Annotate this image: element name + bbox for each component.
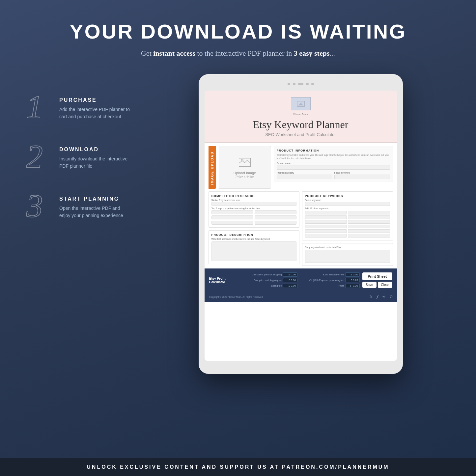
tablet-mockup: Planner Mum Etsy Keyword Planner SEO Wor… xyxy=(199,74,403,374)
copy-textarea[interactable] xyxy=(305,250,390,263)
planner-col-right: PRODUCT KEYWORDS Focus keyword Add 12 ot… xyxy=(302,191,393,268)
planner-subtitle: SEO Worksheet and Profit Calculator xyxy=(212,132,389,137)
pinterest-icon[interactable]: 𝓟 xyxy=(390,294,392,299)
clear-button[interactable]: Clear xyxy=(378,282,392,288)
upload-icon xyxy=(239,157,251,169)
listing-fee-value[interactable]: £ 0.00 xyxy=(283,284,297,288)
transaction-fee-value[interactable]: £ 0.00 xyxy=(345,272,360,277)
step-3-title: START PLANNING xyxy=(59,196,132,202)
calc-title: Etsy Profit Calculator xyxy=(209,277,236,284)
subtitle: Get instant access to the interactive PD… xyxy=(13,49,463,58)
instagram-icon[interactable]: ☀ xyxy=(382,294,386,299)
kw-cell-12[interactable] xyxy=(348,234,390,238)
unit-cost-value[interactable]: £ 0.00 xyxy=(283,272,297,277)
planner-logo xyxy=(291,97,311,110)
step-2: 2 DOWNLOAD Instantly download the intera… xyxy=(26,143,132,173)
profit-value[interactable]: £ -0.20 xyxy=(345,284,360,288)
listing-fee-row: Listing fee £ 0.00 xyxy=(238,284,298,288)
desc-textarea[interactable] xyxy=(211,241,296,261)
unit-cost-label: Unit cost to you incl. shipping xyxy=(238,273,282,276)
kw-cell-6[interactable] xyxy=(348,220,390,224)
product-category-label: Product category xyxy=(277,172,332,174)
tablet-dot-5 xyxy=(311,83,314,85)
planner-title: Etsy Keyword Planner xyxy=(212,119,389,131)
kw-cell-8[interactable] xyxy=(348,225,390,228)
kw-grid xyxy=(305,211,390,238)
search-input[interactable] xyxy=(211,202,296,206)
step-2-content: DOWNLOAD Instantly download the interact… xyxy=(59,143,132,170)
step-1: 1 PURCHASE Add the interactive PDF plann… xyxy=(26,94,132,124)
save-button[interactable]: Save xyxy=(362,282,377,288)
payment-fee-value[interactable]: £ 0.20 xyxy=(345,278,360,282)
tag-cell-5[interactable] xyxy=(211,221,253,225)
image-upload-box[interactable]: Upload Image 740px x 445px xyxy=(219,146,271,189)
kw-cell-9[interactable] xyxy=(305,229,347,233)
product-category-col: Product category xyxy=(277,172,332,179)
tablet-dot-3 xyxy=(298,83,303,85)
kw-cell-11[interactable] xyxy=(305,234,347,238)
copy-keywords-section: Copy keywords and paste into Etsy xyxy=(302,243,393,266)
focus-keyword-input[interactable] xyxy=(334,175,390,179)
header-section: YOUR DOWNLOAD IS WAITING Get instant acc… xyxy=(0,0,476,68)
tablet-dot-2 xyxy=(293,83,295,85)
planner-sections-row: COMPETITOR RESEARCH Similar Etsy search … xyxy=(205,189,397,268)
competitor-title: COMPETITOR RESEARCH xyxy=(211,194,296,198)
facebook-icon[interactable]: 𝒇 xyxy=(377,294,378,299)
svg-point-3 xyxy=(301,102,303,103)
step-1-content: PURCHASE Add the interactive PDF planner… xyxy=(59,94,132,121)
tag-cell-6[interactable] xyxy=(255,221,296,225)
focus-keyword-label: Focus keyword xyxy=(334,172,390,174)
product-name-input[interactable] xyxy=(277,165,390,170)
kw-cell-7[interactable] xyxy=(305,225,347,228)
kw-add-label: Add 12 other keywords xyxy=(305,207,390,210)
sale-price-label: Sale price and shipping fee xyxy=(238,279,282,281)
planner-footer: Copyright © 2022 Planner Mum. All Rights… xyxy=(205,292,397,302)
tag-cell-2[interactable] xyxy=(255,210,296,214)
step-2-title: DOWNLOAD xyxy=(59,147,132,153)
product-category-input[interactable] xyxy=(277,175,332,179)
transaction-fee-label: 8.5% transaction fee xyxy=(300,273,344,276)
subtitle-bold2: 3 easy steps xyxy=(294,49,330,57)
kw-cell-10[interactable] xyxy=(348,229,390,233)
kw-cell-1[interactable] xyxy=(305,211,347,214)
calc-buttons: Print Sheet Save Clear xyxy=(362,272,392,288)
desc-title: PRODUCT DESCRIPTION xyxy=(211,233,296,237)
calc-fields-right: 8.5% transaction fee £ 0.00 4% (+20) Pay… xyxy=(300,272,360,288)
print-sheet-button[interactable]: Print Sheet xyxy=(362,272,392,280)
kw-focus-input[interactable] xyxy=(305,202,390,206)
image-upload-tab: IMAGE UPLOAD xyxy=(209,146,216,189)
calc-fields-left: Unit cost to you incl. shipping £ 0.00 S… xyxy=(238,272,298,288)
planner-top-row: IMAGE UPLOAD Upload Image 740px x 445px xyxy=(205,143,397,189)
step-3-desc: Open the interactive PDF and enjoy your … xyxy=(59,205,132,219)
kw-cell-2[interactable] xyxy=(348,211,390,214)
product-name-label: Product name xyxy=(277,162,390,164)
desc-label: Write first sentence and be sure to incl… xyxy=(211,238,296,240)
profit-label: Profit xyxy=(300,285,344,287)
product-keywords-section: PRODUCT KEYWORDS Focus keyword Add 12 ot… xyxy=(302,191,393,240)
product-name-row: Product name xyxy=(277,162,390,170)
kw-cell-5[interactable] xyxy=(305,220,347,224)
planner-logo-text: Planner Mum xyxy=(212,113,389,116)
kw-focus-label: Focus keyword xyxy=(305,199,390,201)
kw-cell-3[interactable] xyxy=(305,215,347,219)
transaction-fee-row: 8.5% transaction fee £ 0.00 xyxy=(300,272,360,277)
twitter-icon[interactable]: 𝕏 xyxy=(370,294,373,299)
bottom-bar: UNLOCK EXCLUSIVE CONTENT AND SUPPORT US … xyxy=(0,458,476,476)
step-3: 3 START PLANNING Open the interactive PD… xyxy=(26,193,132,222)
payment-fee-row: 4% (+20) Payment processing fee £ 0.20 xyxy=(300,278,360,282)
product-info-section: PRODUCT INFORMATION Brainstorm your SEO … xyxy=(274,146,393,182)
product-info-area: PRODUCT INFORMATION Brainstorm your SEO … xyxy=(274,146,393,189)
focus-keyword-col: Focus keyword xyxy=(334,172,390,179)
content-area: 1 PURCHASE Add the interactive PDF plann… xyxy=(0,68,476,374)
steps-section: 1 PURCHASE Add the interactive PDF plann… xyxy=(26,74,132,242)
tag-cell-1[interactable] xyxy=(211,210,253,214)
tag-cell-4[interactable] xyxy=(255,215,296,219)
footer-social: 𝕏 𝒇 ☀ 𝓟 xyxy=(370,294,392,299)
step-3-content: START PLANNING Open the interactive PDF … xyxy=(59,193,132,219)
kw-cell-4[interactable] xyxy=(348,215,390,219)
sale-price-value[interactable]: £ 0.00 xyxy=(283,278,297,282)
tag-cell-3[interactable] xyxy=(211,215,253,219)
tablet-container: Planner Mum Etsy Keyword Planner SEO Wor… xyxy=(145,74,456,374)
subtitle-part3: ... xyxy=(330,49,335,57)
product-info-desc: Brainstorm your SEO and refine your titl… xyxy=(277,154,390,160)
